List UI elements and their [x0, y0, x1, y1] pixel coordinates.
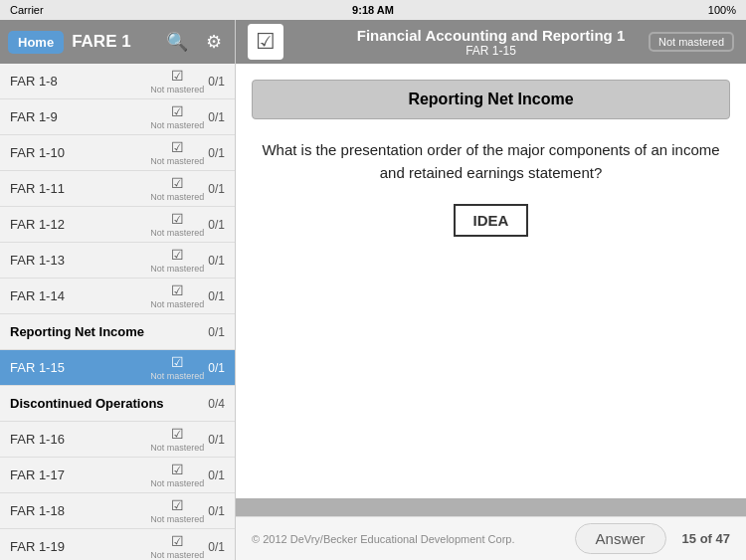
question-text: What is the presentation order of the ma…: [252, 139, 730, 184]
sidebar-item-far-1-15[interactable]: FAR 1-15☑Not mastered0/1: [0, 350, 235, 386]
status-text: Not mastered: [150, 371, 204, 381]
check-icon: ☑: [171, 282, 184, 298]
sidebar-item-right: ☑Not mastered: [150, 282, 204, 309]
status-text: Not mastered: [150, 156, 204, 166]
sidebar-item-right: ☑Not mastered: [150, 533, 204, 560]
header-check-icon: ☑: [248, 24, 283, 60]
status-text: Not mastered: [150, 299, 204, 309]
sidebar-item-far-1-14[interactable]: FAR 1-14☑Not mastered0/1: [0, 279, 235, 314]
not-mastered-badge: Not mastered: [649, 32, 734, 52]
check-icon: ☑: [171, 175, 184, 191]
header-main-title: Financial Accounting and Reporting 1: [357, 27, 625, 44]
settings-icon-button[interactable]: ⚙: [201, 29, 227, 55]
sidebar-header: Home FARE 1 🔍 ⚙: [0, 20, 235, 64]
sidebar-item-label: FAR 1-14: [10, 288, 150, 303]
status-text: Not mastered: [150, 478, 204, 488]
sidebar-item-right: ☑Not mastered: [150, 462, 204, 488]
score-text: 0/1: [208, 254, 225, 268]
sidebar-item-label: FAR 1-15: [10, 360, 150, 375]
check-icon: ☑: [171, 211, 184, 227]
sidebar-item-far-1-13[interactable]: FAR 1-13☑Not mastered0/1: [0, 243, 235, 279]
check-icon: ☑: [171, 462, 184, 477]
sidebar-item-right: ☑Not mastered: [150, 139, 204, 166]
page-info: 15 of 47: [682, 531, 730, 546]
status-text: Not mastered: [150, 228, 204, 238]
score-text: 0/1: [208, 325, 225, 339]
carrier-label: Carrier: [10, 4, 44, 16]
sidebar-item-far-1-9[interactable]: FAR 1-9☑Not mastered0/1: [0, 99, 235, 135]
time-label: 9:18 AM: [352, 4, 394, 16]
check-icon: ☑: [171, 354, 184, 370]
search-icon-button[interactable]: 🔍: [161, 29, 193, 55]
status-text: Not mastered: [150, 550, 204, 560]
sidebar-item-right: ☑Not mastered: [150, 354, 204, 381]
content-header-title: Financial Accounting and Reporting 1 FAR…: [357, 27, 625, 58]
sidebar-item-far-1-19[interactable]: FAR 1-19☑Not mastered0/1: [0, 529, 235, 560]
footer-copyright: © 2012 DeVry/Becker Educational Developm…: [252, 533, 515, 545]
status-text: Not mastered: [150, 264, 204, 274]
sidebar-item-label: Discontinued Operations: [10, 396, 204, 411]
score-text: 0/1: [208, 218, 225, 232]
sidebar-item-far-1-11[interactable]: FAR 1-11☑Not mastered0/1: [0, 171, 235, 207]
sidebar-item-far-1-16[interactable]: FAR 1-16☑Not mastered0/1: [0, 422, 235, 458]
check-icon: ☑: [171, 426, 184, 442]
score-text: 0/1: [208, 468, 225, 482]
sidebar-item-label: FAR 1-18: [10, 503, 150, 518]
sidebar-item-right: ☑Not mastered: [150, 68, 204, 94]
footer-right: Answer 15 of 47: [575, 523, 730, 554]
content-divider: [236, 498, 746, 516]
sidebar-item-right: ☑Not mastered: [150, 247, 204, 274]
sidebar-item-right: ☑Not mastered: [150, 175, 204, 202]
sidebar-item-label: FAR 1-13: [10, 253, 150, 268]
score-text: 0/1: [208, 540, 225, 554]
sidebar-item-discontinued-operations[interactable]: Discontinued Operations0/4: [0, 386, 235, 422]
sidebar-item-far-1-10[interactable]: FAR 1-10☑Not mastered0/1: [0, 135, 235, 171]
idea-container: IDEA: [252, 204, 730, 237]
sidebar-item-label: FAR 1-8: [10, 74, 150, 89]
header-sub-title: FAR 1-15: [357, 44, 625, 58]
score-text: 0/1: [208, 110, 225, 124]
status-text: Not mastered: [150, 443, 204, 453]
check-icon: ☑: [171, 533, 184, 549]
score-text: 0/1: [208, 182, 225, 196]
score-text: 0/1: [208, 289, 225, 303]
sidebar-list: FAR 1-8☑Not mastered0/1FAR 1-9☑Not maste…: [0, 64, 235, 560]
home-button[interactable]: Home: [8, 31, 64, 54]
sidebar-item-label: FAR 1-16: [10, 432, 150, 447]
sidebar-item-reporting-net-income[interactable]: Reporting Net Income0/1: [0, 314, 235, 350]
sidebar-item-right: ☑Not mastered: [150, 103, 204, 130]
check-icon: ☑: [171, 68, 184, 84]
status-text: Not mastered: [150, 120, 204, 130]
sidebar-item-far-1-8[interactable]: FAR 1-8☑Not mastered0/1: [0, 64, 235, 99]
sidebar-item-right: ☑Not mastered: [150, 211, 204, 238]
check-icon: ☑: [171, 497, 184, 513]
content-area: ☑ Financial Accounting and Reporting 1 F…: [236, 20, 746, 560]
sidebar: Home FARE 1 🔍 ⚙ FAR 1-8☑Not mastered0/1F…: [0, 20, 236, 560]
score-text: 0/1: [208, 146, 225, 160]
sidebar-item-label: FAR 1-19: [10, 539, 150, 554]
sidebar-item-far-1-17[interactable]: FAR 1-17☑Not mastered0/1: [0, 458, 235, 493]
sidebar-item-label: FAR 1-12: [10, 217, 150, 232]
status-text: Not mastered: [150, 85, 204, 94]
card-title: Reporting Net Income: [252, 80, 730, 119]
content-body: Reporting Net Income What is the present…: [236, 64, 746, 498]
sidebar-item-far-1-12[interactable]: FAR 1-12☑Not mastered0/1: [0, 207, 235, 243]
content-footer: © 2012 DeVry/Becker Educational Developm…: [236, 516, 746, 560]
score-text: 0/1: [208, 361, 225, 375]
score-text: 0/1: [208, 433, 225, 447]
sidebar-item-far-1-18[interactable]: FAR 1-18☑Not mastered0/1: [0, 493, 235, 529]
sidebar-title: FARE 1: [72, 32, 153, 52]
score-text: 0/4: [208, 397, 225, 411]
idea-button[interactable]: IDEA: [454, 204, 529, 237]
answer-button[interactable]: Answer: [575, 523, 666, 554]
check-icon: ☑: [171, 139, 184, 155]
check-icon: ☑: [171, 247, 184, 263]
sidebar-item-label: FAR 1-17: [10, 467, 150, 482]
sidebar-item-right: ☑Not mastered: [150, 497, 204, 524]
score-text: 0/1: [208, 75, 225, 89]
sidebar-item-label: Reporting Net Income: [10, 324, 204, 339]
score-text: 0/1: [208, 504, 225, 518]
sidebar-item-label: FAR 1-10: [10, 145, 150, 160]
sidebar-item-label: FAR 1-9: [10, 109, 150, 124]
check-icon: ☑: [171, 103, 184, 119]
